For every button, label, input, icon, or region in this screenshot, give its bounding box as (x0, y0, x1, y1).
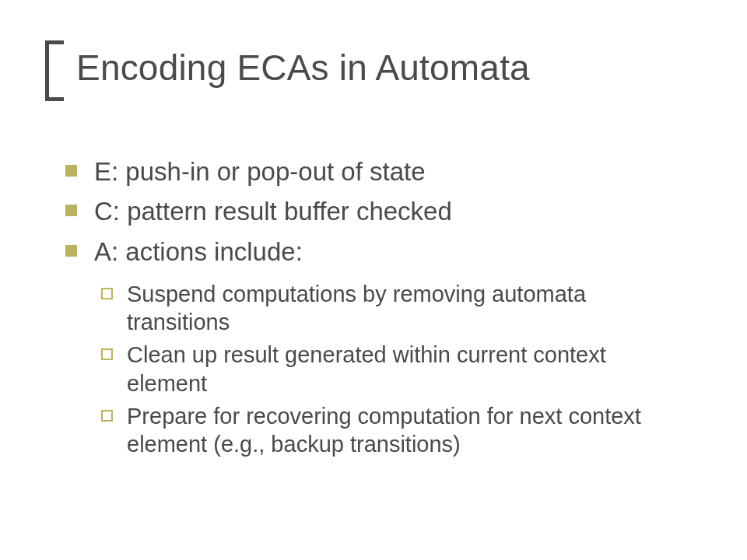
content-area: E: push-in or pop-out of state C: patter… (65, 156, 688, 463)
bullet-text-sub2: Clean up result generated within current… (127, 341, 687, 397)
bullet-text-sub3: Prepare for recovering computation for n… (127, 402, 687, 459)
bullet-text-a: A: actions include: (94, 236, 303, 268)
bracket-icon (45, 40, 64, 101)
bullet-text-e: E: push-in or pop-out of state (94, 156, 426, 187)
hollow-square-bullet-icon (101, 410, 113, 422)
hollow-square-bullet-icon (101, 348, 113, 360)
slide-title: Encoding ECAs in Automata (76, 47, 530, 89)
bullet-text-sub1: Suspend computations by removing automat… (127, 280, 687, 337)
slide: Encoding ECAs in Automata E: push-in or … (0, 0, 747, 560)
bullet-level2: Suspend computations by removing automat… (101, 280, 688, 337)
bullet-text-c: C: pattern result buffer checked (94, 195, 452, 227)
bullet-level2: Clean up result generated within current… (101, 341, 688, 397)
square-bullet-icon (65, 165, 77, 177)
bullet-level2: Prepare for recovering computation for n… (101, 402, 688, 459)
square-bullet-icon (65, 245, 77, 257)
square-bullet-icon (65, 205, 77, 216)
bullet-level1: A: actions include: (65, 236, 688, 268)
hollow-square-bullet-icon (101, 288, 113, 299)
bullet-level1: C: pattern result buffer checked (65, 195, 688, 227)
bullet-level1: E: push-in or pop-out of state (65, 156, 688, 187)
